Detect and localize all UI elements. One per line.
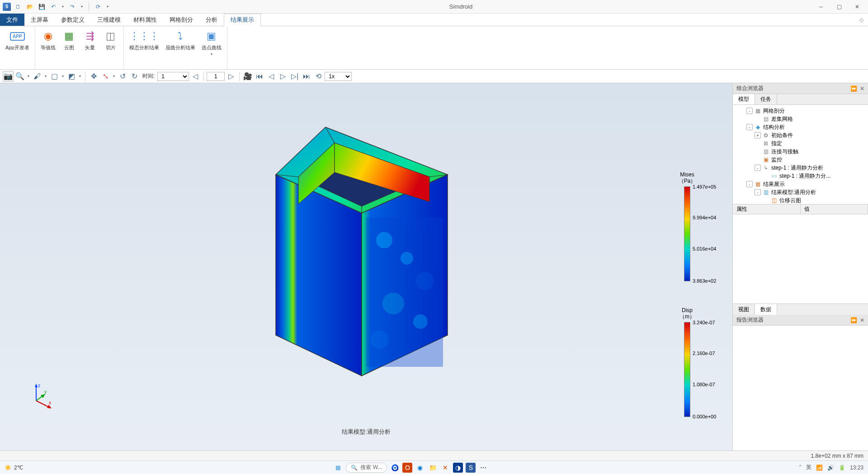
browser-tab-1[interactable]: 任务	[755, 94, 777, 104]
cube-icon[interactable]: ◩	[66, 71, 77, 82]
skip-start-icon[interactable]: ⏮	[254, 71, 265, 82]
ribbon-collapse-icon[interactable]: ◇	[855, 14, 868, 26]
browser-tab-0[interactable]: 模型	[733, 94, 755, 104]
close-button[interactable]: ✕	[848, 0, 866, 14]
tray-volume-icon[interactable]: 🔊	[827, 465, 834, 471]
ribbon-item-0-0[interactable]: APPApp开发者	[4, 28, 31, 52]
collapse-icon[interactable]: -	[755, 189, 761, 195]
tray-battery-icon[interactable]: 🔋	[839, 465, 845, 471]
tree-item-10[interactable]: -▥结果模型:通用分析	[733, 188, 868, 196]
qat-open-icon[interactable]: 📂	[25, 2, 34, 11]
time-prev-icon[interactable]: ◁	[190, 71, 201, 82]
ribbon-item-1-1[interactable]: ▦云图	[60, 28, 78, 52]
collapse-icon[interactable]: -	[746, 181, 753, 187]
report-close-icon[interactable]: ✕	[860, 317, 864, 323]
step-back-icon[interactable]: ◁	[266, 71, 277, 82]
qat-undo-drop[interactable]: ▾	[61, 2, 65, 11]
minimize-button[interactable]: ─	[812, 0, 830, 14]
tree-item-0[interactable]: -▦网格剖分	[733, 107, 868, 115]
brush-icon[interactable]: 🖌	[32, 71, 42, 82]
taskbar-search[interactable]: 🔍 搜索 W...	[346, 463, 387, 473]
tree-item-9[interactable]: -▦结果展示	[733, 180, 868, 188]
rotate-cw-icon[interactable]: ↻	[129, 71, 140, 82]
maximize-button[interactable]: ▢	[830, 0, 848, 14]
bottom-tab-0[interactable]: 视图	[733, 304, 755, 315]
capture-icon[interactable]: 📷	[3, 71, 14, 82]
model-tree[interactable]: -▦网格剖分▤差集网格-◆结构分析+⊙初始条件⊠指定▥连接与接触▣监控-↳ste…	[733, 105, 868, 204]
cube-drop[interactable]: ▾	[78, 71, 82, 82]
zoom-icon[interactable]: 🔍	[14, 71, 25, 82]
task-app-8[interactable]: ⋯	[478, 463, 488, 473]
record-icon[interactable]: 🎥	[242, 71, 253, 82]
menu-tab-6[interactable]: 结果展示	[224, 14, 261, 26]
tree-item-4[interactable]: ⊠指定	[733, 139, 868, 147]
viewport-3d[interactable]: z x y 结果模型:通用分析 Mises（Pa）1.497e+059.994e…	[0, 83, 732, 450]
tree-item-3[interactable]: +⊙初始条件	[733, 131, 868, 139]
play-icon[interactable]: ▷	[278, 71, 288, 82]
task-app-2[interactable]: O	[402, 463, 412, 473]
axis-icon[interactable]: ⤡	[100, 71, 111, 82]
bottom-tab-1[interactable]: 数据	[755, 304, 777, 315]
menu-tab-2[interactable]: 三维建模	[91, 14, 127, 26]
box-drop[interactable]: ▾	[61, 71, 65, 82]
collapse-icon[interactable]: -	[746, 108, 753, 114]
zoom-drop[interactable]: ▾	[26, 71, 31, 82]
qat-redo-icon[interactable]: ↷	[68, 2, 77, 11]
tree-item-6[interactable]: ▣监控	[733, 156, 868, 164]
ribbon-item-1-3[interactable]: ◫切片	[102, 28, 120, 52]
frame-input[interactable]	[207, 72, 225, 81]
skip-end-icon[interactable]: ⏭	[301, 71, 312, 82]
qat-redo-drop[interactable]: ▾	[80, 2, 84, 11]
tray-ime[interactable]: 英	[806, 464, 811, 471]
qat-more-drop[interactable]: ▾	[105, 2, 110, 11]
task-app-6[interactable]: ◑	[453, 463, 463, 473]
ribbon-drop-icon[interactable]: ▾	[211, 52, 212, 56]
axis-drop[interactable]: ▾	[112, 71, 116, 82]
taskbar-weather[interactable]: ☀️ 2℃	[5, 465, 23, 471]
tray-chevron-icon[interactable]: ˄	[799, 465, 802, 471]
expand-icon[interactable]: +	[755, 132, 761, 138]
time-select[interactable]: 1	[157, 72, 189, 81]
panel-pin-icon[interactable]: ⏩	[850, 85, 857, 92]
box-icon[interactable]: ▢	[49, 71, 60, 82]
task-app-7[interactable]: S	[466, 463, 476, 473]
step-fwd-icon[interactable]: ▷|	[289, 71, 300, 82]
ribbon-item-2-1[interactable]: ⤵屈曲分析结果	[164, 28, 197, 52]
ribbon-item-1-0[interactable]: ◉等值线	[39, 28, 57, 52]
menu-tab-0[interactable]: 主屏幕	[24, 14, 55, 26]
task-app-3[interactable]: ◉	[415, 463, 425, 473]
tree-item-8[interactable]: ▭step-1 : 通用静力分...	[733, 172, 868, 180]
collapse-icon[interactable]: -	[755, 165, 761, 171]
menu-tab-5[interactable]: 分析	[199, 14, 224, 26]
ribbon-item-2-2[interactable]: ▣选点曲线▾	[200, 28, 223, 57]
qat-new-icon[interactable]: 🗋	[14, 2, 23, 11]
qat-undo-icon[interactable]: ↶	[49, 2, 58, 11]
task-app-5[interactable]: ✕	[440, 463, 450, 473]
menu-tab-4[interactable]: 网格剖分	[163, 14, 199, 26]
qat-save-icon[interactable]: 💾	[37, 2, 46, 11]
brush-drop[interactable]: ▾	[43, 71, 48, 82]
qat-refresh-icon[interactable]: ⟳	[94, 2, 103, 11]
tree-item-7[interactable]: -↳step-1 : 通用静力分析	[733, 164, 868, 172]
task-app-1[interactable]: 🧿	[390, 463, 400, 473]
start-icon[interactable]: ⊞	[333, 463, 343, 473]
tree-item-2[interactable]: -◆结构分析	[733, 123, 868, 131]
task-app-4[interactable]: 📁	[428, 463, 438, 473]
panel-close-icon[interactable]: ✕	[860, 85, 864, 92]
menu-file[interactable]: 文件	[0, 14, 24, 26]
loop-icon[interactable]: ⟲	[313, 71, 324, 82]
speed-select[interactable]: 1x	[325, 72, 352, 81]
rotate-ccw-icon[interactable]: ↺	[117, 71, 128, 82]
ribbon-item-1-2[interactable]: ⇶矢量	[81, 28, 99, 52]
menu-tab-3[interactable]: 材料属性	[127, 14, 163, 26]
frame-next-icon[interactable]: ▷	[226, 71, 236, 82]
report-pin-icon[interactable]: ⏩	[850, 317, 857, 323]
tray-wifi-icon[interactable]: 📶	[816, 465, 823, 471]
tray-clock[interactable]: 13:23	[850, 465, 863, 471]
menu-tab-1[interactable]: 参数定义	[55, 14, 91, 26]
move-icon[interactable]: ✥	[88, 71, 99, 82]
collapse-icon[interactable]: -	[746, 124, 753, 130]
tree-item-1[interactable]: ▤差集网格	[733, 115, 868, 123]
ribbon-item-2-0[interactable]: ⋮⋮⋮模态分析结果	[127, 28, 161, 52]
tree-item-11[interactable]: ◫位移云图	[733, 196, 868, 204]
